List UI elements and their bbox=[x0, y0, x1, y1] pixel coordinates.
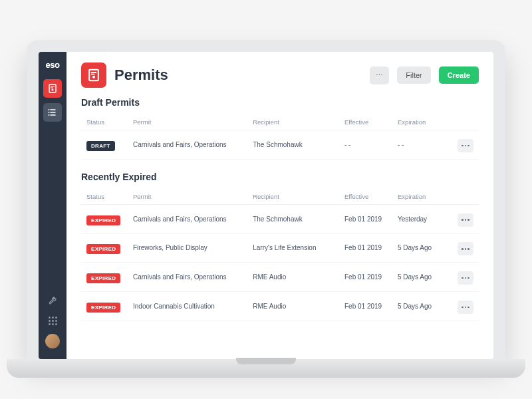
content-scroll: Draft Permits Status Permit Recipient Ef… bbox=[66, 97, 493, 359]
grid-icon bbox=[49, 317, 57, 325]
dots-icon bbox=[462, 277, 469, 279]
table-header: Status Permit Recipient Effective Expira… bbox=[81, 189, 479, 205]
cell-permit: Carnivals and Fairs, Operations bbox=[133, 141, 253, 148]
svg-point-2 bbox=[49, 109, 50, 110]
laptop-base bbox=[7, 359, 525, 378]
draft-table: Status Permit Recipient Effective Expira… bbox=[81, 114, 479, 160]
cell-expiration: 5 Days Ago bbox=[398, 244, 451, 251]
permit-icon bbox=[47, 83, 58, 94]
row-menu-button[interactable] bbox=[458, 271, 473, 285]
cell-expiration: Yesterday bbox=[398, 215, 451, 223]
col-header-status: Status bbox=[86, 193, 133, 200]
nav-settings[interactable] bbox=[46, 294, 59, 307]
cell-expiration: - - bbox=[398, 141, 451, 148]
table-row[interactable]: DRAFT Carnivals and Fairs, Operations Th… bbox=[81, 130, 479, 160]
sidebar: eso bbox=[39, 52, 66, 359]
svg-point-4 bbox=[49, 114, 50, 116]
status-badge: EXPIRED bbox=[86, 303, 120, 313]
app-screen: eso Per bbox=[39, 52, 493, 359]
row-menu-button[interactable] bbox=[458, 301, 473, 314]
nav-permits[interactable] bbox=[43, 79, 62, 98]
table-row[interactable]: EXPIRED Indoor Cannabis Cultivation RME … bbox=[81, 292, 479, 321]
wrench-icon bbox=[47, 295, 58, 306]
table-row[interactable]: EXPIRED Carnivals and Fairs, Operations … bbox=[81, 263, 479, 292]
laptop-frame: eso Per bbox=[27, 40, 505, 359]
cell-effective: Feb 01 2019 bbox=[344, 215, 398, 223]
row-menu-button[interactable] bbox=[458, 139, 473, 152]
permit-icon bbox=[86, 68, 101, 82]
col-header-effective: Effective bbox=[344, 193, 398, 200]
cell-recipient: RME Audio bbox=[253, 273, 344, 281]
svg-point-6 bbox=[92, 76, 95, 78]
svg-point-1 bbox=[52, 89, 54, 91]
col-header-recipient: Recipient bbox=[253, 193, 344, 200]
laptop-notch bbox=[236, 358, 296, 364]
status-badge: DRAFT bbox=[86, 141, 115, 151]
status-badge: EXPIRED bbox=[86, 244, 120, 254]
expired-section: Recently Expired Status Permit Recipient… bbox=[81, 172, 479, 321]
list-icon bbox=[47, 107, 58, 118]
cell-recipient: The Schmohawk bbox=[253, 215, 344, 223]
cell-expiration: 5 Days Ago bbox=[398, 273, 451, 281]
svg-rect-5 bbox=[89, 70, 98, 81]
cell-effective: - - bbox=[344, 141, 398, 148]
draft-section-title: Draft Permits bbox=[81, 97, 479, 108]
dots-icon bbox=[462, 307, 469, 309]
cell-effective: Feb 01 2019 bbox=[344, 244, 398, 251]
dots-icon bbox=[462, 248, 469, 250]
user-avatar[interactable] bbox=[45, 334, 60, 348]
cell-recipient: RME Audio bbox=[253, 303, 344, 310]
svg-point-3 bbox=[49, 112, 50, 113]
col-header-expiration: Expiration bbox=[398, 193, 451, 200]
draft-section: Draft Permits Status Permit Recipient Ef… bbox=[81, 97, 479, 160]
cell-effective: Feb 01 2019 bbox=[344, 273, 398, 281]
nav-list[interactable] bbox=[43, 103, 62, 122]
col-header-recipient: Recipient bbox=[253, 118, 344, 126]
expired-table: Status Permit Recipient Effective Expira… bbox=[81, 189, 479, 321]
col-header-permit: Permit bbox=[133, 118, 253, 126]
filter-button[interactable]: Filter bbox=[397, 66, 430, 84]
more-button[interactable]: ⋯ bbox=[370, 66, 389, 84]
cell-permit: Fireworks, Public Display bbox=[133, 244, 253, 251]
permits-header-icon bbox=[81, 63, 106, 88]
main-content: Permits ⋯ Filter Create Draft Permits St… bbox=[66, 52, 493, 359]
expired-section-title: Recently Expired bbox=[81, 172, 479, 182]
app-logo: eso bbox=[46, 60, 60, 70]
nav-apps[interactable] bbox=[46, 314, 59, 327]
cell-expiration: 5 Days Ago bbox=[398, 303, 451, 310]
col-header-status: Status bbox=[86, 118, 133, 126]
cell-permit: Indoor Cannabis Cultivation bbox=[133, 303, 253, 310]
dots-icon bbox=[462, 219, 469, 221]
create-button[interactable]: Create bbox=[439, 66, 479, 84]
col-header-expiration: Expiration bbox=[398, 118, 451, 126]
row-menu-button[interactable] bbox=[458, 213, 473, 227]
page-header: Permits ⋯ Filter Create bbox=[66, 52, 493, 97]
col-header-effective: Effective bbox=[344, 118, 398, 126]
cell-effective: Feb 01 2019 bbox=[344, 303, 398, 310]
dots-icon bbox=[462, 145, 469, 147]
status-badge: EXPIRED bbox=[86, 273, 120, 283]
cell-recipient: Larry's Life Extension bbox=[253, 244, 344, 251]
table-row[interactable]: EXPIRED Carnivals and Fairs, Operations … bbox=[81, 205, 479, 234]
svg-rect-0 bbox=[49, 84, 56, 92]
row-menu-button[interactable] bbox=[458, 242, 473, 255]
sidebar-bottom bbox=[45, 294, 60, 351]
table-row[interactable]: EXPIRED Fireworks, Public Display Larry'… bbox=[81, 234, 479, 263]
col-header-permit: Permit bbox=[133, 193, 253, 200]
page-title: Permits bbox=[114, 66, 362, 84]
cell-permit: Carnivals and Fairs, Operations bbox=[133, 215, 253, 223]
table-header: Status Permit Recipient Effective Expira… bbox=[81, 114, 479, 130]
cell-permit: Carnivals and Fairs, Operations bbox=[133, 273, 253, 281]
cell-recipient: The Schmohawk bbox=[253, 141, 344, 148]
status-badge: EXPIRED bbox=[86, 215, 120, 225]
